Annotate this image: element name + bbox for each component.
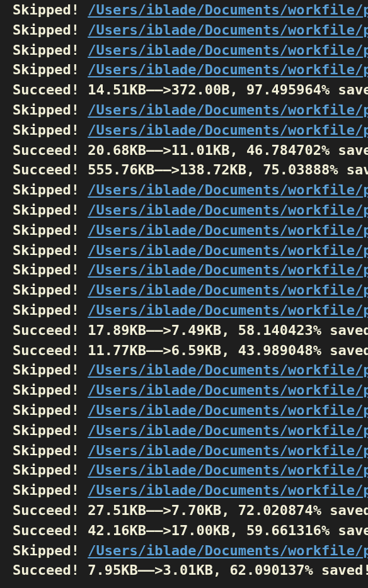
- log-status: Skipped!: [13, 222, 88, 238]
- log-status: Skipped!: [13, 102, 88, 118]
- file-path-link[interactable]: /Users/iblade/Documents/workfile/pros: [88, 122, 368, 138]
- log-status: Skipped!: [13, 182, 88, 198]
- log-status: Skipped!: [13, 202, 88, 218]
- log-status: Succeed!: [13, 523, 88, 538]
- log-status: Skipped!: [13, 122, 88, 138]
- file-path-link[interactable]: /Users/iblade/Documents/workfile/pros: [88, 362, 368, 378]
- file-path-link[interactable]: /Users/iblade/Documents/workfile/pros: [88, 202, 368, 218]
- log-status: Skipped!: [13, 302, 88, 318]
- log-line: Skipped! /Users/iblade/Documents/workfil…: [0, 220, 368, 240]
- file-path-link[interactable]: /Users/iblade/Documents/workfile/pros: [88, 443, 368, 458]
- log-status: Skipped!: [13, 22, 88, 38]
- file-path-link[interactable]: /Users/iblade/Documents/workfile/pros: [88, 482, 368, 498]
- log-line: Skipped! /Users/iblade/Documents/workfil…: [0, 480, 368, 500]
- file-path-link[interactable]: /Users/iblade/Documents/workfile/pros: [88, 102, 368, 118]
- log-detail: 17.89KB——>7.49KB, 58.140423% saved!: [88, 322, 368, 338]
- file-path-link[interactable]: /Users/iblade/Documents/workfile/pros: [88, 382, 368, 398]
- log-status: Succeed!: [13, 502, 88, 518]
- log-status: Succeed!: [13, 82, 88, 98]
- log-status: Skipped!: [13, 362, 88, 378]
- file-path-link[interactable]: /Users/iblade/Documents/workfile/pros: [88, 182, 368, 198]
- log-line: Succeed! 11.77KB——>6.59KB, 43.989048% sa…: [0, 341, 368, 361]
- log-status: Skipped!: [13, 402, 88, 418]
- file-path-link[interactable]: /Users/iblade/Documents/workfile/pros: [88, 62, 368, 77]
- log-line: Skipped! /Users/iblade/Documents/workfil…: [0, 0, 368, 20]
- file-path-link[interactable]: /Users/iblade/Documents/workfile/pros: [88, 282, 368, 298]
- log-line: Skipped! /Users/iblade/Documents/workfil…: [0, 120, 368, 140]
- log-status: Skipped!: [13, 443, 88, 458]
- log-status: Succeed!: [13, 162, 88, 178]
- file-path-link[interactable]: /Users/iblade/Documents/workfile/pros: [88, 422, 368, 438]
- file-path-link[interactable]: /Users/iblade/Documents/workfile/pros: [88, 402, 368, 418]
- log-line: Succeed! 14.51KB——>372.00B, 97.495964% s…: [0, 80, 368, 100]
- log-status: Skipped!: [13, 242, 88, 258]
- log-status: Succeed!: [13, 322, 88, 338]
- file-path-link[interactable]: /Users/iblade/Documents/workfile/pros: [88, 262, 368, 278]
- log-status: Skipped!: [13, 2, 88, 18]
- log-line: Skipped! /Users/iblade/Documents/workfil…: [0, 380, 368, 400]
- file-path-link[interactable]: /Users/iblade/Documents/workfile/pros: [88, 42, 368, 58]
- log-status: Skipped!: [13, 462, 88, 478]
- log-detail: 7.95KB——>3.01KB, 62.090137% saved!: [88, 562, 368, 578]
- log-line: Skipped! /Users/iblade/Documents/workfil…: [0, 40, 368, 60]
- log-line: Skipped! /Users/iblade/Documents/workfil…: [0, 180, 368, 200]
- log-line: Succeed! 42.16KB——>17.00KB, 59.661316% s…: [0, 521, 368, 541]
- log-detail: 11.77KB——>6.59KB, 43.989048% saved!: [88, 342, 368, 358]
- log-status: Skipped!: [13, 482, 88, 498]
- log-status: Skipped!: [13, 42, 88, 58]
- log-line: Skipped! /Users/iblade/Documents/workfil…: [0, 300, 368, 320]
- file-path-link[interactable]: /Users/iblade/Documents/workfile/pros: [88, 302, 368, 318]
- log-line: Succeed! 20.68KB——>11.01KB, 46.784702% s…: [0, 140, 368, 161]
- log-line: Skipped! /Users/iblade/Documents/workfil…: [0, 200, 368, 220]
- log-detail: 27.51KB——>7.70KB, 72.020874% saved!: [88, 502, 368, 518]
- file-path-link[interactable]: /Users/iblade/Documents/workfile/pros: [88, 462, 368, 478]
- log-line: Skipped! /Users/iblade/Documents/workfil…: [0, 20, 368, 40]
- log-status: Skipped!: [13, 543, 88, 558]
- file-path-link[interactable]: /Users/iblade/Documents/workfile/pros: [88, 222, 368, 238]
- log-line: Skipped! /Users/iblade/Documents/workfil…: [0, 60, 368, 80]
- log-line: Skipped! /Users/iblade/Documents/workfil…: [0, 260, 368, 280]
- terminal-output[interactable]: Skipped! /Users/iblade/Documents/workfil…: [0, 0, 368, 580]
- log-status: Skipped!: [13, 62, 88, 77]
- log-line: Skipped! /Users/iblade/Documents/workfil…: [0, 460, 368, 480]
- log-detail: 555.76KB——>138.72KB, 75.03888% saved!: [88, 162, 368, 178]
- log-line: Skipped! /Users/iblade/Documents/workfil…: [0, 441, 368, 461]
- log-status: Succeed!: [13, 142, 88, 158]
- log-line: Succeed! 27.51KB——>7.70KB, 72.020874% sa…: [0, 500, 368, 521]
- log-line: Succeed! 555.76KB——>138.72KB, 75.03888% …: [0, 160, 368, 180]
- file-path-link[interactable]: /Users/iblade/Documents/workfile/pros: [88, 2, 368, 18]
- log-status: Succeed!: [13, 342, 88, 358]
- log-status: Skipped!: [13, 282, 88, 298]
- log-line: Skipped! /Users/iblade/Documents/workfil…: [0, 400, 368, 421]
- log-detail: 42.16KB——>17.00KB, 59.661316% saved!: [88, 523, 368, 538]
- log-status: Skipped!: [13, 262, 88, 278]
- log-line: Skipped! /Users/iblade/Documents/workfil…: [0, 421, 368, 441]
- log-line: Succeed! 17.89KB——>7.49KB, 58.140423% sa…: [0, 320, 368, 341]
- file-path-link[interactable]: /Users/iblade/Documents/workfile/pros: [88, 242, 368, 258]
- log-detail: 20.68KB——>11.01KB, 46.784702% saved!: [88, 142, 368, 158]
- log-status: Succeed!: [13, 562, 88, 578]
- log-detail: 14.51KB——>372.00B, 97.495964% saved!: [88, 82, 368, 98]
- file-path-link[interactable]: /Users/iblade/Documents/workfile/pros: [88, 22, 368, 38]
- log-line: Skipped! /Users/iblade/Documents/workfil…: [0, 360, 368, 380]
- log-line: Skipped! /Users/iblade/Documents/workfil…: [0, 100, 368, 120]
- log-line: Skipped! /Users/iblade/Documents/workfil…: [0, 541, 368, 561]
- log-line: Skipped! /Users/iblade/Documents/workfil…: [0, 280, 368, 300]
- log-line: Skipped! /Users/iblade/Documents/workfil…: [0, 240, 368, 261]
- log-status: Skipped!: [13, 422, 88, 438]
- file-path-link[interactable]: /Users/iblade/Documents/workfile/pros: [88, 543, 368, 558]
- log-line: Succeed! 7.95KB——>3.01KB, 62.090137% sav…: [0, 560, 368, 580]
- log-status: Skipped!: [13, 382, 88, 398]
